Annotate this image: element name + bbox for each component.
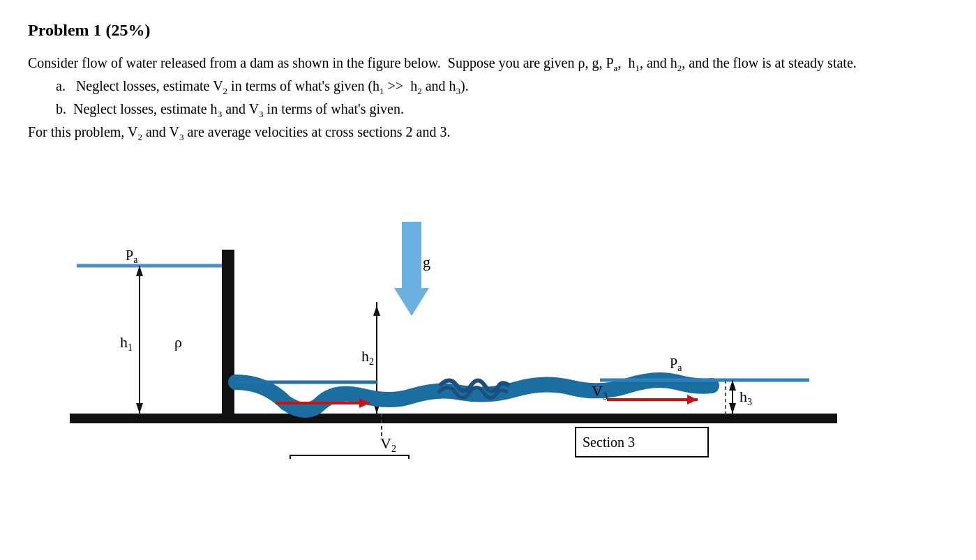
svg-text:g: g [423, 253, 430, 271]
svg-marker-29 [729, 403, 736, 414]
svg-text:h3: h3 [739, 388, 752, 407]
svg-text:h2: h2 [361, 347, 374, 367]
svg-marker-10 [394, 288, 429, 316]
svg-text:V2: V2 [380, 434, 396, 454]
problem-title: Problem 1 (25%) [28, 21, 948, 40]
svg-text:Pa: Pa [126, 248, 138, 265]
svg-text:Pa: Pa [670, 356, 682, 373]
svg-rect-22 [290, 455, 409, 459]
problem-description: Consider flow of water released from a d… [28, 52, 948, 145]
svg-marker-25 [687, 395, 698, 404]
svg-text:ρ: ρ [174, 333, 182, 351]
svg-marker-14 [373, 305, 380, 316]
svg-text:Section 3: Section 3 [583, 434, 635, 450]
svg-text:h1: h1 [120, 333, 133, 353]
svg-rect-0 [70, 414, 837, 423]
diagram: h1 ρ Pa g h2 V2 [70, 166, 837, 459]
svg-marker-5 [136, 403, 143, 414]
